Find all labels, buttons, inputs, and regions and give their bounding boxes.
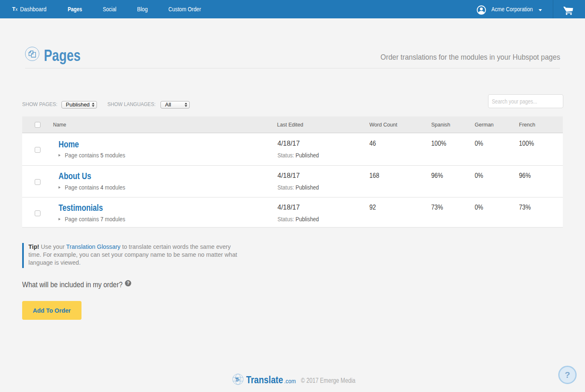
svg-text:*: *: [238, 377, 240, 384]
